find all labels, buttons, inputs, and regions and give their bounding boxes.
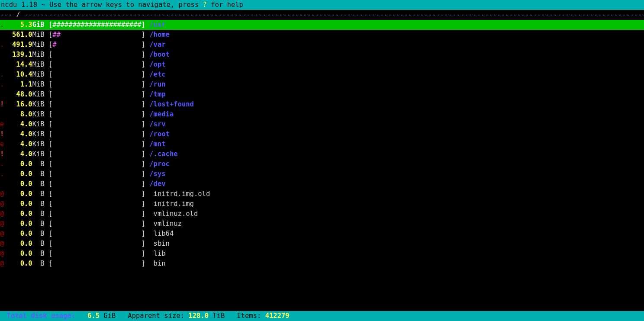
file-row[interactable]: !16.0 KiB[ ] /lost+found bbox=[0, 100, 644, 109]
file-row[interactable]: @0.0 B[ ] lib bbox=[0, 249, 644, 259]
file-row[interactable]: 139.1 MiB[ ] /boot bbox=[0, 50, 644, 60]
row-name: bin bbox=[149, 259, 165, 269]
row-size: 10.4 bbox=[8, 70, 32, 80]
bar-close-bracket: ] bbox=[142, 70, 150, 80]
row-bar bbox=[52, 90, 141, 100]
row-size: 0.0 bbox=[8, 179, 32, 189]
row-unit: MiB bbox=[32, 40, 48, 50]
row-unit: KiB bbox=[32, 139, 48, 149]
bar-close-bracket: ] bbox=[142, 179, 150, 189]
file-row[interactable]: .1.1 MiB[ ] /run bbox=[0, 80, 644, 90]
row-flag: ! bbox=[0, 149, 8, 159]
row-size: 4.0 bbox=[8, 129, 32, 139]
bar-open-bracket: [ bbox=[48, 119, 52, 129]
row-name: /var bbox=[149, 40, 165, 50]
bar-open-bracket: [ bbox=[48, 249, 52, 259]
row-flag: @ bbox=[0, 189, 8, 199]
row-name: /sys bbox=[149, 169, 165, 179]
bar-close-bracket: ] bbox=[142, 159, 150, 169]
row-bar bbox=[52, 129, 141, 139]
row-name: initrd.img.old bbox=[149, 189, 210, 199]
row-size: 0.0 bbox=[8, 189, 32, 199]
row-name: /.cache bbox=[149, 149, 177, 159]
bar-close-bracket: ] bbox=[142, 189, 150, 199]
row-name: /tmp bbox=[149, 90, 165, 100]
bar-close-bracket: ] bbox=[142, 209, 150, 219]
terminal-screen[interactable]: ncdu 1.18 ~ Use the arrow keys to naviga… bbox=[0, 0, 644, 321]
row-size: 0.0 bbox=[8, 159, 32, 169]
row-bar bbox=[52, 100, 141, 109]
bar-open-bracket: [ bbox=[48, 50, 52, 60]
file-row[interactable]: 48.0 KiB[ ] /tmp bbox=[0, 90, 644, 100]
bar-open-bracket: [ bbox=[48, 149, 52, 159]
file-row[interactable]: 0.0 B[ ] /dev bbox=[0, 179, 644, 189]
help-key: ? bbox=[203, 1, 207, 9]
row-size: 561.0 bbox=[8, 30, 32, 40]
file-row[interactable]: 14.4 MiB[ ] /opt bbox=[0, 60, 644, 70]
row-unit: B bbox=[32, 179, 48, 189]
path-line: --- / ----------------------------------… bbox=[0, 10, 644, 20]
file-row[interactable]: e4.0 KiB[ ] /mnt bbox=[0, 139, 644, 149]
bar-open-bracket: [ bbox=[48, 159, 52, 169]
row-unit: B bbox=[32, 189, 48, 199]
row-bar bbox=[52, 149, 141, 159]
row-unit: B bbox=[32, 239, 48, 249]
file-list[interactable]: .5.3 GiB[######################] /usr561… bbox=[0, 20, 644, 269]
row-flag: @ bbox=[0, 249, 8, 259]
file-row[interactable]: !4.0 KiB[ ] /root bbox=[0, 129, 644, 139]
row-flag: @ bbox=[0, 199, 8, 209]
row-unit: KiB bbox=[32, 149, 48, 159]
file-row[interactable]: @0.0 B[ ] vmlinuz bbox=[0, 219, 644, 229]
row-size: 14.4 bbox=[8, 60, 32, 70]
file-row[interactable]: e4.0 KiB[ ] /srv bbox=[0, 119, 644, 129]
bar-open-bracket: [ bbox=[48, 20, 52, 30]
file-row[interactable]: @0.0 B[ ] initrd.img.old bbox=[0, 189, 644, 199]
file-row[interactable]: .5.3 GiB[######################] /usr bbox=[0, 20, 644, 30]
bar-open-bracket: [ bbox=[48, 90, 52, 100]
footer-total-unit: GiB bbox=[103, 312, 116, 320]
file-row[interactable]: 8.0 KiB[ ] /media bbox=[0, 109, 644, 119]
row-flag: @ bbox=[0, 239, 8, 249]
row-bar bbox=[52, 109, 141, 119]
row-name: initrd.img bbox=[149, 199, 194, 209]
row-flag: . bbox=[0, 40, 8, 50]
file-row[interactable]: @0.0 B[ ] sbin bbox=[0, 239, 644, 249]
row-size: 4.0 bbox=[8, 119, 32, 129]
row-unit: MiB bbox=[32, 50, 48, 60]
file-row[interactable]: @0.0 B[ ] bin bbox=[0, 259, 644, 269]
file-row[interactable]: @0.0 B[ ] vmlinuz.old bbox=[0, 209, 644, 219]
row-size: 139.1 bbox=[8, 50, 32, 60]
row-bar: ## bbox=[52, 30, 141, 40]
bar-open-bracket: [ bbox=[48, 229, 52, 239]
file-row[interactable]: .491.9 MiB[# ] /var bbox=[0, 40, 644, 50]
row-flag: . bbox=[0, 159, 8, 169]
row-name: /dev bbox=[149, 179, 165, 189]
row-flag: . bbox=[0, 20, 8, 30]
file-row[interactable]: 561.0 MiB[## ] /home bbox=[0, 30, 644, 40]
bar-close-bracket: ] bbox=[142, 169, 150, 179]
bar-open-bracket: [ bbox=[48, 60, 52, 70]
file-row[interactable]: !4.0 KiB[ ] /.cache bbox=[0, 149, 644, 159]
bar-close-bracket: ] bbox=[142, 139, 150, 149]
file-row[interactable]: .10.4 MiB[ ] /etc bbox=[0, 70, 644, 80]
row-size: 48.0 bbox=[8, 90, 32, 100]
row-bar bbox=[52, 119, 141, 129]
bar-close-bracket: ] bbox=[142, 129, 150, 139]
header-hint-post: for help bbox=[207, 1, 243, 9]
file-row[interactable]: .0.0 B[ ] /proc bbox=[0, 159, 644, 169]
bar-open-bracket: [ bbox=[48, 259, 52, 269]
row-name: /usr bbox=[149, 20, 165, 30]
row-name: /opt bbox=[149, 60, 165, 70]
bar-close-bracket: ] bbox=[142, 119, 150, 129]
row-size: 4.0 bbox=[8, 139, 32, 149]
row-size: 5.3 bbox=[8, 20, 32, 30]
file-row[interactable]: @0.0 B[ ] initrd.img bbox=[0, 199, 644, 209]
file-row[interactable]: .0.0 B[ ] /sys bbox=[0, 169, 644, 179]
row-flag: @ bbox=[0, 209, 8, 219]
bar-close-bracket: ] bbox=[142, 80, 150, 90]
row-name: /mnt bbox=[149, 139, 165, 149]
row-name: sbin bbox=[149, 239, 170, 249]
footer-apparent-value: 128.0 bbox=[188, 312, 209, 320]
row-flag: e bbox=[0, 139, 8, 149]
file-row[interactable]: @0.0 B[ ] lib64 bbox=[0, 229, 644, 239]
